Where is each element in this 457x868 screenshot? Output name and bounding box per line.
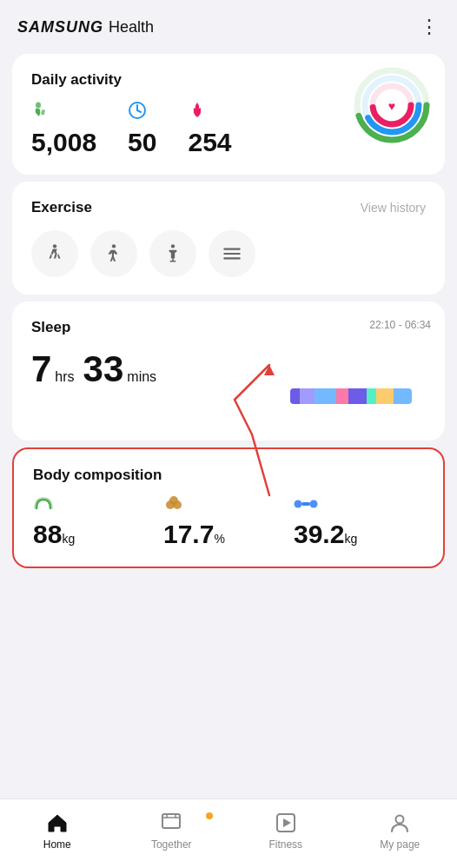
calories-icon	[188, 101, 207, 124]
svg-rect-26	[162, 814, 180, 828]
app-header: SAMSUNG Health ⋮	[0, 0, 457, 47]
view-history-link[interactable]: View history	[361, 201, 426, 215]
exercise-icons-row	[31, 230, 426, 277]
svg-point-12	[112, 244, 116, 248]
sleep-time-range: 22:10 - 06:34	[369, 319, 431, 331]
svg-rect-24	[301, 502, 310, 506]
brand-name: SAMSUNG	[17, 18, 103, 36]
fitness-icon	[274, 811, 298, 835]
body-composition-title: Body composition	[33, 467, 424, 484]
exercise-title: Exercise	[31, 199, 92, 216]
nav-my-page[interactable]: My page	[343, 811, 458, 851]
calories-value: 254	[188, 128, 231, 157]
sleep-title: Sleep	[31, 319, 426, 336]
bottom-nav: Home Together Fitness My page	[0, 798, 457, 868]
sleep-hours: 7	[31, 348, 51, 390]
svg-point-22	[295, 500, 302, 508]
sleep-bar	[290, 388, 412, 404]
sleep-card: Sleep 22:10 - 06:34 7 hrs 33 mins	[12, 301, 445, 441]
weight-value: 88kg	[33, 520, 75, 549]
svg-point-13	[171, 244, 175, 248]
nav-together-dot	[206, 812, 213, 819]
body-fat-item: 17.7%	[163, 496, 294, 549]
steps-icon	[31, 101, 50, 124]
my-page-icon	[387, 811, 412, 835]
exercise-strength-btn[interactable]	[149, 230, 196, 277]
steps-value: 5,008	[31, 128, 96, 157]
nav-together[interactable]: Together	[115, 811, 229, 851]
muscle-item: 39.2kg	[294, 496, 424, 549]
app-name: Health	[109, 18, 154, 36]
svg-point-21	[169, 496, 178, 505]
calories-item: 254	[188, 101, 231, 157]
body-fat-value: 17.7%	[163, 520, 225, 549]
home-icon	[45, 811, 70, 835]
steps-item: 5,008	[31, 101, 96, 157]
exercise-header: Exercise View history	[31, 199, 426, 216]
body-composition-stats: 88kg 17.7%	[33, 496, 424, 549]
svg-point-7	[36, 103, 41, 109]
minutes-item: 50	[128, 101, 156, 157]
svg-text:♥: ♥	[388, 99, 395, 113]
sleep-hrs-label: hrs	[55, 369, 74, 385]
svg-point-29	[396, 815, 404, 823]
minutes-icon	[128, 101, 147, 124]
exercise-walking-btn[interactable]	[31, 230, 78, 277]
muscle-icon	[294, 496, 318, 516]
nav-together-label: Together	[151, 838, 192, 851]
exercise-card: Exercise View history	[12, 182, 445, 295]
sleep-minutes: 33	[83, 348, 124, 390]
weight-item: 88kg	[33, 496, 163, 549]
svg-point-11	[53, 244, 56, 248]
more-options-icon[interactable]: ⋮	[420, 16, 440, 38]
nav-fitness[interactable]: Fitness	[228, 811, 343, 851]
together-icon	[159, 811, 183, 835]
daily-activity-card: Daily activity ♥	[12, 54, 445, 175]
activity-ring: ♥	[353, 66, 431, 144]
svg-point-23	[310, 500, 318, 508]
sleep-mins-label: mins	[127, 369, 156, 385]
sleep-duration-row: 7 hrs 33 mins	[31, 348, 426, 390]
nav-home[interactable]: Home	[0, 811, 115, 851]
weight-icon	[33, 496, 54, 516]
exercise-stretching-btn[interactable]	[90, 230, 137, 277]
header-title: SAMSUNG Health	[17, 18, 154, 36]
svg-line-10	[137, 110, 141, 112]
nav-fitness-label: Fitness	[268, 838, 302, 851]
muscle-value: 39.2kg	[294, 520, 357, 549]
nav-my-page-label: My page	[380, 838, 420, 851]
svg-marker-28	[283, 818, 291, 827]
minutes-value: 50	[128, 128, 156, 157]
nav-home-label: Home	[43, 838, 71, 851]
exercise-list-btn[interactable]	[209, 230, 255, 277]
body-composition-card: Body composition 88kg	[12, 447, 445, 568]
body-fat-icon	[163, 496, 184, 516]
